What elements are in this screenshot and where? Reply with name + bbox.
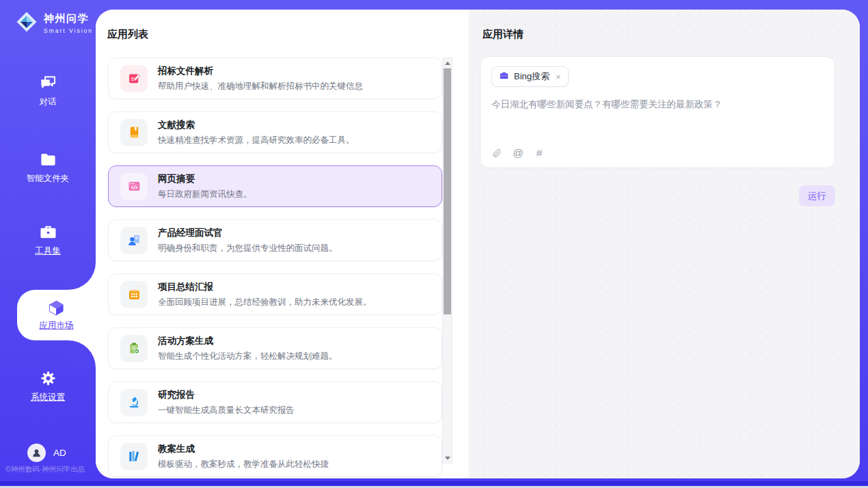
scrollbar-thumb[interactable] xyxy=(444,68,451,314)
app-card-research-report[interactable]: 研究报告 一键智能生成高质量长文本研究报告 xyxy=(108,381,442,423)
app-name: 产品经理面试官 xyxy=(158,227,338,239)
app-card-pm-interviewer[interactable]: 产品经理面试官 明确身份和职责，为您提供专业性的面试问题。 xyxy=(108,219,442,261)
app-name: 招标文件解析 xyxy=(158,65,363,77)
app-list-title: 应用列表 xyxy=(107,28,148,41)
browser-code-icon xyxy=(120,173,148,200)
sidebar-item-toolset[interactable]: 工具集 xyxy=(0,223,96,257)
brand-name: 神州问学 xyxy=(44,12,93,25)
sidebar-label-smart-folder: 智能文件夹 xyxy=(27,173,70,185)
content-area: 应用列表 招标文件解析 帮助用户快速、准确地理解和解析招标书中的关键信息 xyxy=(96,10,860,478)
sidebar-label-app-market: 应用市场 xyxy=(40,320,74,331)
sidebar-item-smart-folder[interactable]: 智能文件夹 xyxy=(0,150,96,185)
app-name: 活动方案生成 xyxy=(158,335,338,347)
app-desc: 帮助用户快速、准确地理解和解析招标书中的关键信息 xyxy=(158,81,363,92)
sidebar-item-chat[interactable]: 对话 xyxy=(0,74,96,108)
query-text: 今日湖北有哪些新闻要点？有哪些需要关注的最新政策？ xyxy=(491,98,824,111)
person-doc-icon xyxy=(120,227,148,254)
sidebar: 神州问学 Smart Vision 对话 智能文件夹 工具集 xyxy=(0,0,96,488)
scroll-up-arrow[interactable] xyxy=(443,58,452,68)
microscope-icon xyxy=(120,389,148,416)
active-tab-scoop-top xyxy=(68,262,96,290)
toolbox-icon xyxy=(39,223,57,241)
sidebar-label-chat: 对话 xyxy=(40,96,57,108)
tool-chip-bing-search[interactable]: Bing搜索 × xyxy=(491,66,569,87)
chip-close-icon[interactable]: × xyxy=(556,72,561,82)
app-card-project-summary[interactable]: 项目总结汇报 全面回顾项目进展，总结经验教训，助力未来优化发展。 xyxy=(108,273,442,315)
clipboard-check-icon xyxy=(120,335,148,362)
app-detail-panel: 应用详情 Bing搜索 × 今日湖北有哪些新闻要点？有哪些需要关注的最新政策？ xyxy=(469,10,860,478)
app-name: 项目总结汇报 xyxy=(158,281,372,293)
user-account[interactable]: AD xyxy=(27,444,66,462)
briefcase-icon xyxy=(499,70,509,83)
sidebar-label-settings: 系统设置 xyxy=(31,392,65,403)
app-detail-title: 应用详情 xyxy=(483,28,524,41)
sidebar-label-toolset: 工具集 xyxy=(35,245,61,257)
gear-icon xyxy=(39,369,57,388)
user-initials: AD xyxy=(53,448,66,458)
brand-subtitle: Smart Vision xyxy=(44,27,93,34)
app-desc: 每日政府新闻资讯快查。 xyxy=(158,189,252,200)
app-list-scrollbar[interactable] xyxy=(442,57,452,463)
brand-diamond-icon xyxy=(14,10,39,37)
query-input[interactable]: Bing搜索 × 今日湖北有哪些新闻要点？有哪些需要关注的最新政策？ @ # xyxy=(480,56,835,168)
mention-icon[interactable]: @ xyxy=(513,148,524,159)
hashtag-icon[interactable]: # xyxy=(534,148,545,159)
app-desc: 一键智能生成高质量长文本研究报告 xyxy=(158,405,295,416)
chat-icon xyxy=(39,74,57,92)
sidebar-item-app-market[interactable]: 应用市场 xyxy=(17,290,96,340)
paperclip-icon[interactable] xyxy=(491,148,502,159)
scroll-down-arrow[interactable] xyxy=(443,453,452,463)
app-card-lesson-plan[interactable]: 教案生成 模板驱动，教案秒成，教学准备从此轻松快捷 xyxy=(108,435,442,477)
app-desc: 快速精准查找学术资源，提高研究效率的必备工具。 xyxy=(158,135,355,146)
app-name: 研究报告 xyxy=(158,389,295,401)
sidebar-item-settings[interactable]: 系统设置 xyxy=(0,369,96,403)
input-toolbar: @ # xyxy=(491,148,545,159)
avatar xyxy=(27,444,46,462)
app-card-event-plan[interactable]: 活动方案生成 智能生成个性化活动方案，轻松解决规划难题。 xyxy=(108,327,442,369)
app-card-web-summary[interactable]: 网页摘要 每日政府新闻资讯快查。 xyxy=(108,165,442,207)
app-name: 教案生成 xyxy=(158,443,329,455)
app-desc: 明确身份和职责，为您提供专业性的面试问题。 xyxy=(158,243,338,254)
app-desc: 全面回顾项目进展，总结经验教训，助力未来优化发展。 xyxy=(158,297,372,308)
app-cards: 招标文件解析 帮助用户快速、准确地理解和解析招标书中的关键信息 文献搜索 快速精… xyxy=(108,57,442,477)
app-name: 网页摘要 xyxy=(158,173,252,185)
pencil-square-icon xyxy=(120,65,148,92)
copyright-text: ©神州数码·神州问学出品 xyxy=(5,465,96,474)
bottom-strip xyxy=(0,481,868,486)
calendar-icon xyxy=(120,281,148,308)
active-tab-scoop-bottom xyxy=(68,340,96,368)
book-icon xyxy=(120,119,148,146)
tool-chip-label: Bing搜索 xyxy=(514,70,550,83)
cube-icon xyxy=(47,299,66,317)
app-desc: 智能生成个性化活动方案，轻松解决规划难题。 xyxy=(158,351,338,362)
app-desc: 模板驱动，教案秒成，教学准备从此轻松快捷 xyxy=(158,459,329,470)
app-card-bid-parsing[interactable]: 招标文件解析 帮助用户快速、准确地理解和解析招标书中的关键信息 xyxy=(108,57,442,99)
brand-logo: 神州问学 Smart Vision xyxy=(14,10,93,37)
app-name: 文献搜索 xyxy=(158,119,355,131)
app-card-literature-search[interactable]: 文献搜索 快速精准查找学术资源，提高研究效率的必备工具。 xyxy=(108,111,442,153)
app-list-panel: 应用列表 招标文件解析 帮助用户快速、准确地理解和解析招标书中的关键信息 xyxy=(96,10,469,478)
folder-icon xyxy=(39,150,57,169)
run-button[interactable]: 运行 xyxy=(799,185,835,206)
books-icon xyxy=(120,443,148,470)
